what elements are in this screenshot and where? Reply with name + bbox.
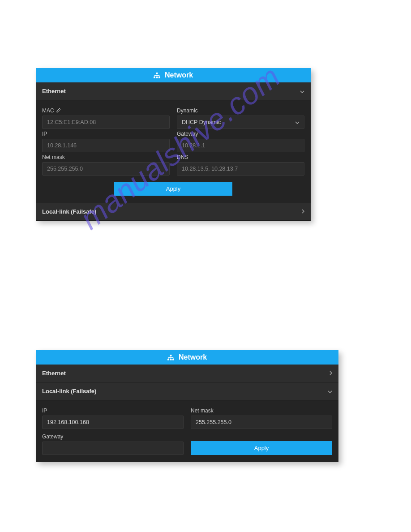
chevron-down-icon bbox=[328, 389, 332, 394]
dynamic-select[interactable]: DHCP Dynamic bbox=[177, 116, 304, 129]
svg-rect-3 bbox=[158, 77, 160, 78]
chevron-down-icon bbox=[300, 89, 304, 94]
panel-title: Network bbox=[179, 353, 207, 361]
locallink-title: Local-link (Failsafe) bbox=[42, 388, 96, 395]
gateway-input[interactable] bbox=[42, 442, 184, 455]
netmask-input[interactable] bbox=[42, 162, 170, 176]
network-panel-2: Network Ethernet Local-link (Failsafe) I… bbox=[36, 350, 338, 462]
locallink-title: Local-link (Failsafe) bbox=[42, 208, 96, 215]
netmask-label: Net mask bbox=[191, 408, 332, 414]
mac-label: MAC bbox=[42, 107, 170, 114]
ethernet-section-header[interactable]: Ethernet bbox=[36, 365, 338, 382]
network-icon bbox=[167, 355, 174, 360]
mac-input[interactable] bbox=[42, 116, 170, 129]
gateway-input[interactable] bbox=[177, 139, 304, 152]
ip-input[interactable] bbox=[42, 416, 184, 429]
svg-rect-2 bbox=[156, 77, 158, 78]
locallink-section-body: IP Net mask Gateway Apply bbox=[36, 400, 338, 462]
chevron-right-icon bbox=[330, 371, 332, 376]
chevron-down-icon bbox=[295, 119, 300, 125]
dynamic-label: Dynamic bbox=[177, 107, 304, 114]
network-panel-1: Network Ethernet MAC Dynamic DHCP Dynami bbox=[36, 68, 311, 221]
ethernet-section-body: MAC Dynamic DHCP Dynamic IP bbox=[36, 100, 311, 203]
ethernet-title: Ethernet bbox=[42, 370, 66, 377]
panel-header: Network bbox=[36, 68, 311, 82]
ip-label: IP bbox=[42, 131, 170, 137]
locallink-section-header[interactable]: Local-link (Failsafe) bbox=[36, 382, 338, 400]
ethernet-title: Ethernet bbox=[42, 88, 66, 94]
edit-icon[interactable] bbox=[56, 108, 61, 113]
ethernet-section-header[interactable]: Ethernet bbox=[36, 82, 311, 100]
dns-input[interactable] bbox=[177, 162, 304, 176]
dns-label: DNS bbox=[177, 154, 304, 160]
gateway-label: Gateway bbox=[177, 131, 304, 137]
svg-rect-8 bbox=[172, 359, 174, 360]
network-icon bbox=[154, 73, 160, 78]
locallink-section-header[interactable]: Local-link (Failsafe) bbox=[36, 203, 311, 221]
netmask-input[interactable] bbox=[191, 416, 332, 429]
chevron-right-icon bbox=[302, 209, 304, 215]
svg-rect-1 bbox=[154, 77, 155, 78]
netmask-label: Net mask bbox=[42, 154, 170, 160]
ip-label: IP bbox=[42, 408, 184, 414]
apply-button[interactable]: Apply bbox=[191, 441, 332, 455]
dynamic-value: DHCP Dynamic bbox=[182, 119, 221, 125]
svg-rect-6 bbox=[167, 359, 169, 360]
gateway-label: Gateway bbox=[42, 433, 184, 440]
apply-button[interactable]: Apply bbox=[114, 182, 232, 196]
svg-rect-7 bbox=[170, 359, 171, 360]
svg-rect-5 bbox=[170, 355, 171, 356]
ip-input[interactable] bbox=[42, 139, 170, 152]
panel-header: Network bbox=[36, 350, 338, 365]
panel-title: Network bbox=[165, 71, 193, 79]
svg-rect-0 bbox=[156, 73, 158, 74]
